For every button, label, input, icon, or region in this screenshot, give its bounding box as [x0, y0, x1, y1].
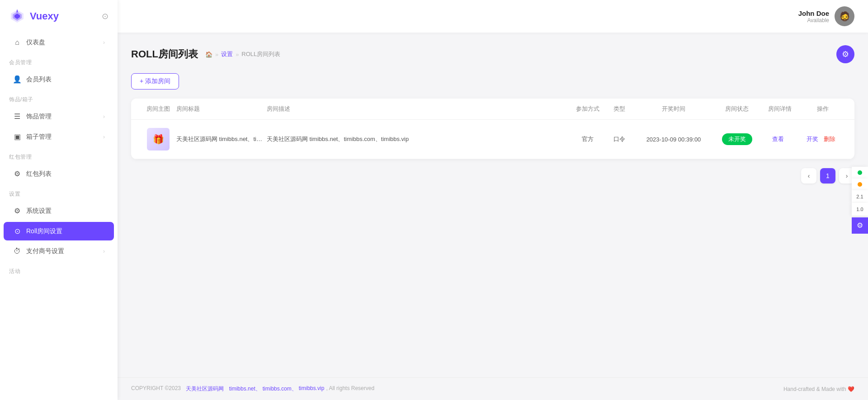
breadcrumb-settings-link[interactable]: 设置 [221, 50, 233, 58]
sidebar-section-member: 会员管理 [0, 52, 118, 69]
footer-site-name[interactable]: 天美社区源码网 [186, 385, 224, 393]
add-room-button[interactable]: + 添加房间 [131, 73, 179, 89]
target-icon: ⊙ [13, 227, 22, 235]
footer-copyright-text: COPYRIGHT ©2023 [131, 385, 181, 393]
sidebar-item-system-settings[interactable]: ⚙ 系统设置 [4, 202, 114, 220]
col-header-image: 房间主图 [140, 105, 176, 113]
box-icon: ▣ [13, 132, 22, 141]
sidebar-item-member-list[interactable]: 👤 会员列表 [4, 70, 114, 89]
cell-title: 天美社区源码网 timibbs.net、timibbs.com、t... [176, 135, 267, 143]
right-panel: 2.1 1.0 ⚙ [852, 167, 868, 234]
rp-settings-button[interactable]: ⚙ [852, 217, 868, 234]
rp-version2-text: 1.0 [856, 207, 863, 212]
col-header-detail: 房间详情 [760, 105, 800, 113]
view-detail-link[interactable]: 查看 [772, 136, 784, 142]
status-badge: 未开奖 [722, 133, 752, 145]
user-status: Available [798, 17, 829, 24]
logo-icon [9, 8, 25, 24]
footer: COPYRIGHT ©2023 天美社区源码网 timibbs.net、 tim… [118, 377, 868, 400]
col-header-join: 参加方式 [570, 105, 606, 113]
current-page-button[interactable]: 1 [820, 168, 835, 184]
user-icon: 👤 [13, 75, 22, 84]
cell-status: 未开奖 [714, 133, 760, 145]
chevron-right-icon: › [103, 134, 105, 140]
footer-crafted: Hand-crafted & Made with ❤️ [783, 386, 854, 392]
breadcrumb: 🏠 » 设置 » ROLL房间列表 [205, 50, 280, 58]
chevron-right-icon: › [103, 248, 105, 254]
cell-actions: 开奖 删除 [800, 135, 845, 143]
sidebar-item-redpack-list[interactable]: ⚙ 红包列表 [4, 165, 114, 183]
sidebar-section-settings: 设置 [0, 184, 118, 201]
cell-join-type: 官方 [570, 135, 606, 143]
table-row: 🎁 天美社区源码网 timibbs.net、timibbs.com、t... 天… [131, 120, 854, 159]
sidebar-item-label: 红包列表 [26, 170, 105, 178]
room-table: 房间主图 房间标题 房间描述 参加方式 类型 开奖时间 房间状态 房间详情 操作… [131, 99, 854, 159]
content-area: ROLL房间列表 🏠 » 设置 » ROLL房间列表 ⚙ + 添加房间 房间主图… [118, 33, 868, 377]
sidebar-item-label: 系统设置 [26, 207, 105, 215]
sidebar-item-label: 会员列表 [26, 75, 105, 84]
col-header-type: 类型 [606, 105, 633, 113]
header: John Doe Available 🧔 [118, 0, 868, 33]
sidebar-section-activity: 活动 [0, 261, 118, 278]
prev-page-button[interactable]: ‹ [801, 168, 816, 184]
main-area: John Doe Available 🧔 ROLL房间列表 🏠 » 设置 » R… [118, 0, 868, 400]
page-title-area: ROLL房间列表 🏠 » 设置 » ROLL房间列表 [131, 47, 280, 61]
settings-icon: ⚙ [13, 207, 22, 215]
breadcrumb-sep1: » [215, 51, 218, 58]
chevron-right-icon: › [103, 39, 105, 46]
header-user: John Doe Available 🧔 [798, 6, 854, 26]
cell-image: 🎁 [140, 128, 176, 151]
sidebar-item-box-manage[interactable]: ▣ 箱子管理 › [4, 127, 114, 146]
sidebar-item-label: 箱子管理 [26, 133, 99, 141]
sidebar-section-redpack: 红包管理 [0, 147, 118, 164]
green-indicator [858, 170, 862, 175]
cell-category: 口令 [606, 135, 633, 143]
col-header-action: 操作 [800, 105, 845, 113]
cell-open-time: 2023-10-09 00:39:00 [633, 136, 714, 143]
sidebar-section-items: 饰品/箱子 [0, 89, 118, 106]
open-award-link[interactable]: 开奖 [807, 136, 818, 142]
sidebar-item-label: 仪表盘 [26, 38, 99, 47]
footer-rights: , All rights Reserved [326, 385, 374, 393]
footer-link1[interactable]: timibbs.net、 [229, 385, 261, 393]
footer-link3[interactable]: timibbs.vip [299, 385, 325, 393]
cell-detail: 查看 [760, 135, 800, 143]
logo-text: Vuexy [30, 10, 59, 22]
delete-link[interactable]: 删除 [824, 136, 835, 142]
user-info: John Doe Available [798, 9, 829, 24]
sidebar-target-icon[interactable]: ⊙ [102, 11, 108, 21]
user-name: John Doe [798, 9, 829, 17]
sidebar-item-roll-settings[interactable]: ⊙ Roll房间设置 [4, 222, 114, 240]
sidebar-item-dashboard[interactable]: ⌂ 仪表盘 › [4, 33, 114, 52]
rp-orange-dot[interactable] [852, 179, 868, 190]
col-header-title: 房间标题 [176, 105, 267, 113]
footer-copyright: COPYRIGHT ©2023 天美社区源码网 timibbs.net、 tim… [131, 385, 374, 393]
rp-version2[interactable]: 1.0 [852, 203, 868, 216]
rp-settings-icon: ⚙ [857, 221, 863, 230]
settings-gear-icon: ⚙ [842, 49, 849, 59]
avatar[interactable]: 🧔 [835, 6, 854, 26]
col-header-status: 房间状态 [714, 105, 760, 113]
pagination: ‹ 1 › [131, 159, 854, 193]
sidebar-item-label: 饰品管理 [26, 113, 99, 121]
settings-circle-button[interactable]: ⚙ [836, 45, 854, 63]
rp-green-dot[interactable] [852, 167, 868, 179]
rp-version1-text: 2.1 [856, 194, 863, 199]
sidebar-item-item-manage[interactable]: ☰ 饰品管理 › [4, 107, 114, 126]
breadcrumb-sep2: » [236, 51, 239, 58]
sidebar-item-payment-settings[interactable]: ⏱ 支付商号设置 › [4, 242, 114, 260]
sidebar-logo: Vuexy ⊙ [0, 0, 118, 33]
sidebar: Vuexy ⊙ ⌂ 仪表盘 › 会员管理 👤 会员列表 饰品/箱子 ☰ 饰品管理… [0, 0, 118, 400]
page-header: ROLL房间列表 🏠 » 设置 » ROLL房间列表 ⚙ [131, 45, 854, 63]
table-header: 房间主图 房间标题 房间描述 参加方式 类型 开奖时间 房间状态 房间详情 操作 [131, 99, 854, 120]
gear-icon: ⚙ [13, 169, 22, 178]
room-thumbnail: 🎁 [147, 128, 170, 151]
sidebar-item-label: Roll房间设置 [26, 227, 105, 235]
col-header-time: 开奖时间 [633, 105, 714, 113]
breadcrumb-home-icon[interactable]: 🏠 [205, 51, 212, 58]
cell-description: 天美社区源码网 timibbs.net、timibbs.com、timibbs.… [267, 135, 570, 143]
orange-indicator [858, 182, 862, 187]
footer-link2[interactable]: timibbs.com、 [263, 385, 297, 393]
page-title: ROLL房间列表 [131, 47, 198, 61]
rp-version1[interactable]: 2.1 [852, 190, 868, 203]
